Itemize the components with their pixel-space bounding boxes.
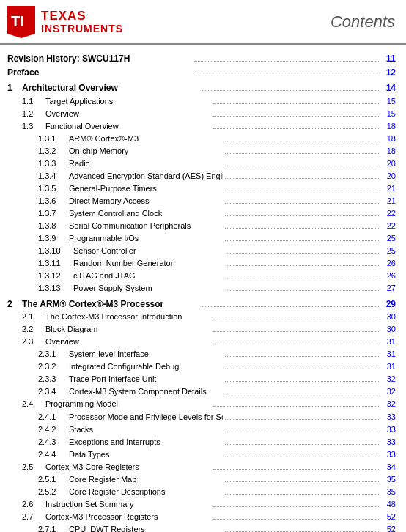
toc-1-3-7[interactable]: 1.3.7 System Control and Clock 22 — [7, 207, 396, 220]
toc-2-6[interactable]: 2.6 Instruction Set Summary 48 — [7, 498, 396, 511]
s1-3-9-page: 25 — [381, 232, 396, 245]
toc-revision[interactable]: Revision History: SWCU117H 11 — [7, 52, 396, 66]
logo-texas: TEXAS — [41, 10, 123, 23]
s1-2-page: 15 — [381, 108, 396, 120]
s1-3-13-page: 27 — [381, 282, 396, 295]
s1-dots — [202, 90, 379, 91]
s1-3-13-label: Power Supply System — [73, 282, 225, 295]
s1-3-6-page: 21 — [381, 195, 396, 207]
toc-1-2[interactable]: 1.2 Overview 15 — [7, 108, 396, 120]
toc-2-3-2[interactable]: 2.3.2 Integrated Configurable Debug 31 — [7, 361, 396, 373]
s1-3-11-label: Random Number Generator — [73, 257, 225, 270]
preface-dots — [194, 75, 379, 75]
s1-1-page: 15 — [381, 95, 396, 108]
toc-1-3-1[interactable]: 1.3.1 ARM® Cortex®-M3 18 — [7, 133, 396, 145]
toc-1-3-3[interactable]: 1.3.3 Radio 20 — [7, 158, 396, 170]
toc-2-4-4[interactable]: 2.4.4 Data Types 33 — [7, 448, 396, 461]
toc-2-7[interactable]: 2.7 Cortex-M3 Processor Registers 52 — [7, 511, 396, 523]
toc-1-1[interactable]: 1.1 Target Applications 15 — [7, 95, 396, 108]
toc-1-3-8[interactable]: 1.3.8 Serial Communication Peripherals 2… — [7, 220, 396, 232]
s1-3-10-page: 25 — [381, 245, 396, 257]
revision-page: 11 — [381, 52, 396, 66]
s1-3-2-label: On-chip Memory — [69, 145, 223, 158]
s1-3-4-page: 20 — [381, 170, 396, 182]
s1-3-5-label: General-Purpose Timers — [69, 182, 223, 195]
toc-1-3-4[interactable]: 1.3.4 Advanced Encryption Standard (AES)… — [7, 170, 396, 182]
s1-3-12-label: cJTAG and JTAG — [73, 270, 225, 282]
preface-page: 12 — [381, 66, 396, 80]
s1-3-12-page: 26 — [381, 270, 396, 282]
s1-2-label: Overview — [45, 108, 211, 120]
toc-2-3-4[interactable]: 2.3.4 Cortex-M3 System Component Details… — [7, 385, 396, 398]
toc-2-4-3[interactable]: 2.4.3 Exceptions and Interrupts 33 — [7, 436, 396, 448]
s1-3-8-label: Serial Communication Peripherals — [69, 220, 223, 232]
toc-section-1[interactable]: 1 Architectural Overview 14 — [7, 81, 396, 95]
s1-page: 14 — [381, 81, 396, 95]
header-divider — [0, 43, 406, 45]
toc-1-3-6[interactable]: 1.3.6 Direct Memory Access 21 — [7, 195, 396, 207]
toc-1-3-2[interactable]: 1.3.2 On-chip Memory 18 — [7, 145, 396, 158]
s1-3-4-label: Advanced Encryption Standard (AES) Engin… — [69, 170, 223, 182]
toc-2-4-2[interactable]: 2.4.2 Stacks 33 — [7, 424, 396, 436]
preface-label: Preface — [7, 66, 192, 80]
s1-num: 1 — [7, 81, 18, 95]
s2-label: The ARM® Cortex®-M3 Processor — [22, 298, 199, 311]
toc-1-3[interactable]: 1.3 Functional Overview 18 — [7, 120, 396, 133]
toc-2-4-1[interactable]: 2.4.1 Processor Mode and Privilege Level… — [7, 411, 396, 424]
s1-3-3-label: Radio — [69, 158, 223, 170]
toc-content: Revision History: SWCU117H 11 Preface 12… — [0, 49, 406, 532]
s2-page: 29 — [381, 298, 396, 311]
s1-3-1-label: ARM® Cortex®-M3 — [69, 133, 223, 145]
header: TI TEXAS INSTRUMENTS Contents — [0, 0, 406, 43]
s1-3-10-label: Sensor Controller — [73, 245, 225, 257]
page-title: Contents — [123, 12, 399, 32]
revision-dots — [194, 61, 379, 62]
revision-label: Revision History: SWCU117H — [7, 52, 192, 66]
logo-area: TI TEXAS INSTRUMENTS — [7, 6, 123, 38]
toc-section-2[interactable]: 2 The ARM® Cortex®-M3 Processor 29 — [7, 298, 396, 311]
s1-3-1-page: 18 — [381, 133, 396, 145]
s1-1-num: 1.1 — [22, 95, 45, 108]
s1-3-9-label: Programmable I/Os — [69, 232, 223, 245]
s1-label: Architectural Overview — [22, 81, 199, 95]
toc-2-4[interactable]: 2.4 Programming Model 32 — [7, 398, 396, 410]
toc-2-5[interactable]: 2.5 Cortex-M3 Core Registers 34 — [7, 461, 396, 473]
toc-2-3-1[interactable]: 2.3.1 System-level Interface 31 — [7, 348, 396, 361]
s1-3-8-page: 22 — [381, 220, 396, 232]
svg-text:TI: TI — [11, 13, 24, 29]
toc-2-3[interactable]: 2.3 Overview 31 — [7, 336, 396, 348]
toc-preface[interactable]: Preface 12 — [7, 66, 396, 80]
logo-instruments: INSTRUMENTS — [41, 23, 123, 34]
s1-3-3-page: 20 — [381, 158, 396, 170]
toc-1-3-12[interactable]: 1.3.12 cJTAG and JTAG 26 — [7, 270, 396, 282]
toc-2-1[interactable]: 2.1 The Cortex-M3 Processor Introduction… — [7, 311, 396, 323]
toc-2-5-1[interactable]: 2.5.1 Core Register Map 35 — [7, 473, 396, 486]
toc-2-3-3[interactable]: 2.3.3 Trace Port Interface Unit 32 — [7, 373, 396, 385]
toc-2-2[interactable]: 2.2 Block Diagram 30 — [7, 323, 396, 336]
s1-3-2-page: 18 — [381, 145, 396, 158]
toc-1-3-13[interactable]: 1.3.13 Power Supply System 27 — [7, 282, 396, 295]
s1-1-label: Target Applications — [45, 95, 211, 108]
s1-3-7-label: System Control and Clock — [69, 207, 223, 220]
s1-3-5-page: 21 — [381, 182, 396, 195]
toc-2-5-2[interactable]: 2.5.2 Core Register Descriptions 35 — [7, 486, 396, 498]
ti-logo-icon: TI — [7, 6, 35, 38]
s1-3-11-page: 26 — [381, 257, 396, 270]
s1-3-7-page: 22 — [381, 207, 396, 220]
logo-text: TEXAS INSTRUMENTS — [41, 10, 123, 34]
toc-1-3-9[interactable]: 1.3.9 Programmable I/Os 25 — [7, 232, 396, 245]
toc-2-7-1[interactable]: 2.7.1 CPU_DWT Registers 52 — [7, 523, 396, 532]
toc-1-3-10[interactable]: 1.3.10 Sensor Controller 25 — [7, 245, 396, 257]
s1-3-label: Functional Overview — [45, 120, 211, 133]
s1-3-6-label: Direct Memory Access — [69, 195, 223, 207]
toc-1-3-11[interactable]: 1.3.11 Random Number Generator 26 — [7, 257, 396, 270]
toc-1-3-5[interactable]: 1.3.5 General-Purpose Timers 21 — [7, 182, 396, 195]
s1-3-page: 18 — [381, 120, 396, 133]
